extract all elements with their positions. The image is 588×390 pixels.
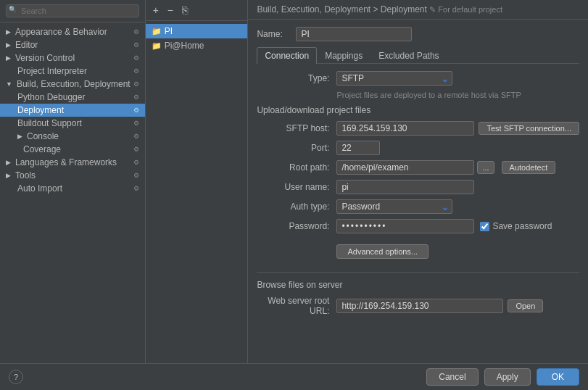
bottom-buttons: Cancel Apply OK (426, 368, 579, 386)
right-panel: Build, Execution, Deployment > Deploymen… (248, 0, 588, 363)
auth-type-label: Auth type: (257, 202, 336, 212)
username-input[interactable] (336, 180, 474, 194)
help-button[interactable]: ? (9, 370, 23, 384)
sidebar-icon-build: ⚙ (133, 80, 139, 88)
arrow-right-console: ▶ (17, 133, 22, 140)
auth-type-select[interactable]: Password (336, 199, 452, 214)
add-button[interactable]: + (150, 3, 162, 17)
sftp-host-row: SFTP host: Test SFTP connection... (257, 121, 579, 136)
sidebar-label-project-interpreter: Project Interpreter (17, 66, 87, 76)
sidebar: ▶ Appearance & Behavior ⚙ ▶ Editor ⚙ ▶ V… (0, 0, 146, 363)
arrow-right-tools: ▶ (6, 172, 11, 179)
test-sftp-button[interactable]: Test SFTP connection... (479, 122, 579, 135)
save-password-label[interactable]: Save password (492, 221, 552, 231)
middle-item-label-PiHome: Pi@Home (165, 41, 204, 51)
sidebar-item-python-debugger[interactable]: Python Debugger ⚙ (0, 91, 145, 104)
type-label: Type: (257, 73, 336, 83)
sidebar-icon-vc: ⚙ (133, 54, 139, 62)
folder-icon-PiHome: 📁 (152, 41, 162, 51)
tab-connection[interactable]: Connection (257, 47, 317, 64)
type-select[interactable]: SFTP (336, 71, 452, 86)
root-path-row: Root path: ... Autodetect (257, 160, 579, 175)
breadcrumb-path: Build, Execution, Deployment > Deploymen… (257, 4, 426, 14)
auth-type-select-wrap: Password ⌄ (336, 199, 452, 214)
sidebar-item-coverage[interactable]: Coverage ⚙ (0, 143, 145, 156)
arrow-right-icon3: ▶ (6, 54, 11, 62)
apply-button[interactable]: Apply (484, 368, 531, 386)
main-container: ▶ Appearance & Behavior ⚙ ▶ Editor ⚙ ▶ V… (0, 0, 588, 363)
password-row: Password: Save password (257, 219, 579, 233)
sidebar-label-buildout: Buildout Support (17, 118, 82, 128)
sidebar-item-buildout[interactable]: Buildout Support ⚙ (0, 117, 145, 130)
save-password-checkbox[interactable] (480, 222, 489, 231)
sidebar-label-console: Console (27, 131, 59, 141)
folder-icon-PI: 📁 (152, 27, 162, 36)
sidebar-item-version-control[interactable]: ▶ Version Control ⚙ (0, 51, 145, 65)
middle-toolbar: + − ⎘ (146, 0, 248, 21)
sidebar-label-python-debugger: Python Debugger (17, 92, 85, 102)
web-server-input[interactable] (336, 299, 503, 313)
arrow-right-icon2: ▶ (6, 41, 11, 49)
username-label: User name: (257, 182, 336, 192)
port-label: Port: (257, 143, 336, 153)
root-path-input[interactable] (336, 160, 474, 175)
type-row: Type: SFTP ⌄ (257, 71, 579, 86)
sidebar-item-console[interactable]: ▶ Console ⚙ (0, 130, 145, 143)
tab-mappings[interactable]: Mappings (317, 47, 370, 64)
remove-button[interactable]: − (165, 3, 176, 17)
sidebar-content: ▶ Appearance & Behavior ⚙ ▶ Editor ⚙ ▶ V… (0, 22, 145, 363)
tabs: Connection Mappings Excluded Paths (257, 47, 579, 64)
sidebar-icon-deployment: ⚙ (133, 107, 139, 114)
sidebar-label-auto-import: Auto Import (17, 183, 62, 194)
sidebar-item-deployment[interactable]: Deployment ⚙ (0, 104, 145, 117)
open-button[interactable]: Open (508, 299, 543, 312)
root-path-wrap: ... Autodetect (336, 160, 555, 175)
autodetect-button[interactable]: Autodetect (502, 161, 556, 174)
sidebar-item-appearance[interactable]: ▶ Appearance & Behavior ⚙ (0, 25, 145, 38)
copy-button[interactable]: ⎘ (179, 3, 191, 17)
sidebar-item-project-interpreter[interactable]: Project Interpreter ⚙ (0, 65, 145, 78)
name-label: Name: (257, 29, 286, 39)
name-input[interactable] (296, 27, 412, 41)
sidebar-item-tools[interactable]: ▶ Tools ⚙ (0, 169, 145, 182)
sidebar-item-languages[interactable]: ▶ Languages & Frameworks ⚙ (0, 156, 145, 169)
sftp-host-label: SFTP host: (257, 123, 336, 133)
sidebar-icon-coverage: ⚙ (133, 146, 139, 153)
breadcrumb-suffix: ✎ For default project (429, 5, 502, 14)
arrow-right-icon: ▶ (6, 28, 11, 36)
sidebar-label-editor: Editor (15, 40, 38, 50)
sidebar-label-languages: Languages & Frameworks (15, 157, 117, 167)
sidebar-icon-tools: ⚙ (133, 172, 139, 179)
sidebar-icon-pi: ⚙ (133, 67, 139, 75)
arrow-right-lang: ▶ (6, 159, 11, 166)
sidebar-icon-buildout: ⚙ (133, 120, 139, 127)
advanced-options-button[interactable]: Advanced options... (336, 244, 428, 259)
sidebar-icon-appearance: ⚙ (133, 28, 139, 36)
ok-button[interactable]: OK (537, 368, 579, 386)
type-select-wrap: SFTP ⌄ (336, 71, 452, 86)
sidebar-icon-console: ⚙ (133, 133, 139, 140)
password-input[interactable] (336, 219, 474, 233)
bottom-bar: ? Cancel Apply OK (0, 363, 588, 390)
sidebar-label-coverage: Coverage (23, 144, 61, 154)
sidebar-item-auto-import[interactable]: Auto Import ⚙ (0, 182, 145, 195)
middle-item-PI[interactable]: 📁 PI (146, 24, 248, 38)
web-server-label: Web server root URL: (257, 296, 336, 316)
name-row: Name: (257, 27, 579, 41)
username-row: User name: (257, 180, 579, 194)
port-input[interactable] (336, 141, 380, 155)
browse-dots-button[interactable]: ... (477, 161, 494, 174)
browse-section-title: Browse files on server (257, 280, 579, 290)
search-input[interactable] (6, 4, 139, 17)
middle-item-Pi@Home[interactable]: 📁 Pi@Home (146, 38, 248, 53)
sidebar-icon-editor: ⚙ (133, 41, 139, 49)
sidebar-label-build: Build, Execution, Deployment (17, 79, 131, 89)
middle-item-label-PI: PI (165, 26, 173, 36)
sidebar-item-build-execution[interactable]: ▼ Build, Execution, Deployment ⚙ (0, 78, 145, 91)
sidebar-icon-autoimport: ⚙ (133, 185, 139, 192)
sidebar-label-deployment: Deployment (17, 105, 64, 115)
cancel-button[interactable]: Cancel (426, 368, 478, 386)
sftp-host-input[interactable] (336, 121, 474, 136)
sidebar-item-editor[interactable]: ▶ Editor ⚙ (0, 38, 145, 51)
tab-excluded-paths[interactable]: Excluded Paths (370, 47, 447, 64)
